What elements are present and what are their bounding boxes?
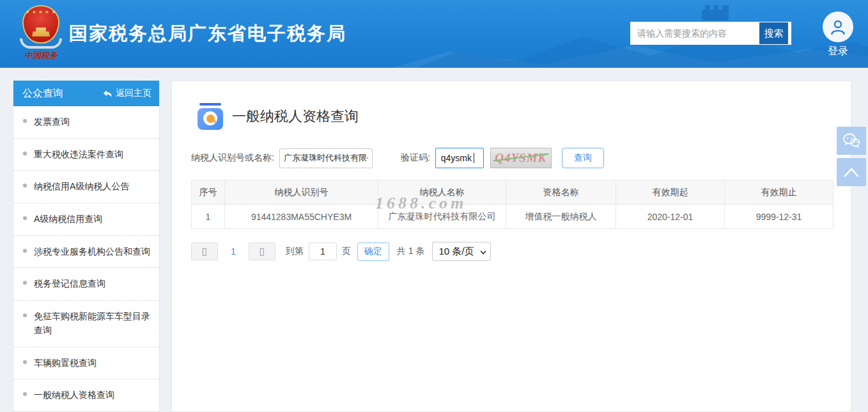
sidebar-header: 公众查询 返回主页 <box>13 81 159 106</box>
cell-valid-from: 2020-12-01 <box>616 205 725 229</box>
sidebar-item-vehicle-purchase-tax-query[interactable]: 车辆购置税查询 <box>13 347 159 380</box>
sidebar-item-tax-service-agency-query[interactable]: 涉税专业服务机构公告和查询 <box>13 236 159 269</box>
public-query-sidebar: 公众查询 返回主页 发票查询 重大税收违法案件查询 纳税信用A级纳税人公告 A级… <box>13 81 160 412</box>
page-size-value: 10 条/页 <box>438 246 474 258</box>
logo-caption: 中国税务 <box>18 50 64 61</box>
query-form: 纳税人识别号或名称: 验证码: Q4YSMK 查询 <box>191 148 851 168</box>
header-search: 搜索 <box>630 22 791 45</box>
taxpayer-id-input[interactable] <box>279 148 373 168</box>
goto-suffix-label: 页 <box>342 246 351 257</box>
sidebar-item-nev-catalog-query[interactable]: 免征车购税新能源车车型目录查询 <box>13 301 159 347</box>
back-to-top-button[interactable] <box>837 158 866 186</box>
user-avatar-icon <box>823 12 853 42</box>
sidebar-item-grade-a-announcement[interactable]: 纳税信用A级纳税人公告 <box>13 171 159 203</box>
emblem-gate <box>32 28 50 36</box>
header-valid-to: 有效期止 <box>725 180 833 205</box>
header-taxpayer-name: 纳税人名称 <box>378 180 506 205</box>
sidebar-item-general-taxpayer-query[interactable]: 一般纳税人资格查询 <box>13 379 159 412</box>
wechat-icon <box>842 133 860 148</box>
page-size-select[interactable]: 10 条/页 <box>432 242 491 261</box>
goto-prefix-label: 到第 <box>286 246 304 257</box>
search-input[interactable] <box>631 22 759 44</box>
search-button[interactable]: 搜索 <box>759 22 788 44</box>
sidebar-item-grade-a-credit-query[interactable]: A级纳税信用查询 <box>13 203 159 236</box>
query-page-icon <box>198 103 223 130</box>
page-number-1[interactable]: 1 <box>231 246 236 257</box>
chevron-up-icon <box>843 167 860 177</box>
results-table: 序号 纳税人识别号 纳税人名称 资格名称 有效期起 有效期止 1 9144128… <box>191 180 833 229</box>
back-label: 返回主页 <box>116 88 151 99</box>
chevron-down-icon <box>481 248 486 254</box>
captcha-image[interactable]: Q4YSMK <box>490 148 552 168</box>
table-header-row: 序号 纳税人识别号 纳税人名称 资格名称 有效期起 有效期止 <box>192 180 833 205</box>
taxpayer-id-label: 纳税人识别号或名称: <box>191 152 274 164</box>
next-page-button[interactable]: ▯ <box>249 242 275 260</box>
cell-taxpayer-name: 广东凝珠时代科技有限公司 <box>378 205 506 229</box>
reply-arrow-icon <box>103 90 112 98</box>
tower-graphic <box>702 5 729 20</box>
header-valid-from: 有效期起 <box>616 180 725 205</box>
text-caret <box>474 153 474 163</box>
floating-toolbar <box>837 127 866 186</box>
header-index: 序号 <box>192 180 225 205</box>
cell-qualification: 增值税一般纳税人 <box>506 205 616 229</box>
back-to-home-link[interactable]: 返回主页 <box>103 88 151 99</box>
main-content-panel: 一般纳税人资格查询 纳税人识别号或名称: 验证码: Q4YSMK 查询 序号 纳… <box>171 81 851 412</box>
national-emblem-icon: ★ ★ ★ ★ ★ <box>22 5 59 44</box>
query-button[interactable]: 查询 <box>562 148 604 168</box>
login-button[interactable]: 登录 <box>822 12 854 58</box>
page-title-row: 一般纳税人资格查询 <box>198 103 851 130</box>
cell-taxpayer-id: 91441283MA55CHYE3M <box>225 205 378 229</box>
emblem-stars: ★ ★ ★ ★ ★ <box>24 10 58 15</box>
prev-page-button[interactable]: ▯ <box>191 242 218 260</box>
site-title: 国家税务总局广东省电子税务局 <box>69 21 346 47</box>
login-label: 登录 <box>822 45 854 58</box>
goto-page-input[interactable] <box>309 242 337 260</box>
captcha-label: 验证码: <box>401 152 430 164</box>
page-title: 一般纳税人资格查询 <box>232 107 359 126</box>
results-table-wrap: 序号 纳税人识别号 纳税人名称 资格名称 有效期起 有效期止 1 9144128… <box>191 180 833 229</box>
cell-valid-to: 9999-12-31 <box>725 205 833 229</box>
header-qualification: 资格名称 <box>506 180 616 205</box>
pagination: ▯ 1 ▯ 到第 页 确定 共 1 条 10 条/页 <box>191 242 851 261</box>
sidebar-item-major-violation-query[interactable]: 重大税收违法案件查询 <box>13 139 159 171</box>
wechat-share-button[interactable] <box>837 127 866 155</box>
total-count-label: 共 1 条 <box>397 246 425 257</box>
table-row: 1 91441283MA55CHYE3M 广东凝珠时代科技有限公司 增值税一般纳… <box>192 205 833 229</box>
sidebar-item-invoice-query[interactable]: 发票查询 <box>13 106 159 139</box>
sidebar-item-registration-info-query[interactable]: 税务登记信息查询 <box>13 268 159 301</box>
confirm-page-button[interactable]: 确定 <box>357 242 389 261</box>
sidebar-menu: 发票查询 重大税收违法案件查询 纳税信用A级纳税人公告 A级纳税信用查询 涉税专… <box>13 106 159 412</box>
header-taxpayer-id: 纳税人识别号 <box>225 180 378 205</box>
tax-bureau-logo: ★ ★ ★ ★ ★ 中国税务 <box>18 4 64 65</box>
captcha-input[interactable] <box>435 148 484 168</box>
sidebar-title: 公众查询 <box>22 87 63 100</box>
app-header: ★ ★ ★ ★ ★ 中国税务 国家税务总局广东省电子税务局 搜索 登录 <box>0 0 868 68</box>
cell-index: 1 <box>192 205 225 229</box>
